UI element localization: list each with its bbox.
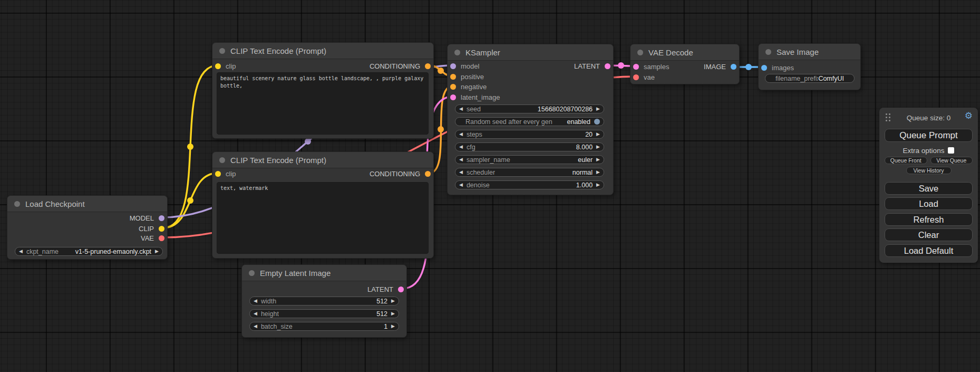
vae-output-dot[interactable]: [159, 235, 164, 241]
queue-size-label: Queue size: 0: [907, 114, 950, 122]
decrement-arrow-icon[interactable]: ◀: [459, 183, 463, 187]
node-title: CLIP Text Encode (Prompt): [230, 46, 326, 55]
refresh-button[interactable]: Refresh: [885, 213, 973, 226]
collapse-dot-icon[interactable]: [219, 157, 225, 163]
node-title: Empty Latent Image: [260, 269, 331, 278]
node-empty-latent-image: Empty Latent Image LATENT ◀ width 512 ▶ …: [241, 264, 407, 338]
slot-label: negative: [461, 83, 487, 91]
image-output-dot[interactable]: [731, 64, 736, 70]
output-slot-latent: LATENT: [242, 284, 406, 295]
steps-widget[interactable]: ◀ steps 20 ▶: [455, 130, 604, 139]
save-button[interactable]: Save: [885, 182, 973, 195]
images-input-dot[interactable]: [761, 65, 767, 71]
sampler-name-widget[interactable]: ◀ sampler_name euler ▶: [455, 155, 604, 164]
gear-icon[interactable]: ⚙: [965, 111, 973, 120]
ckpt-name-widget[interactable]: ◀ ckpt_name v1-5-pruned-emaonly.ckpt ▶: [15, 247, 163, 256]
collapse-dot-icon[interactable]: [454, 50, 460, 55]
node-titlebar[interactable]: KSampler: [448, 44, 613, 61]
increment-arrow-icon[interactable]: ▶: [596, 145, 600, 149]
increment-arrow-icon[interactable]: ▶: [391, 324, 395, 329]
positive-prompt-textarea[interactable]: beautiful scenery nature glass bottle la…: [217, 72, 429, 135]
collapse-dot-icon[interactable]: [219, 48, 225, 54]
decrement-arrow-icon[interactable]: ◀: [254, 299, 257, 303]
denoise-widget[interactable]: ◀ denoise 1.000 ▶: [455, 180, 604, 189]
increment-arrow-icon[interactable]: ▶: [596, 132, 600, 137]
batch-size-widget[interactable]: ◀ batch_size 1 ▶: [249, 322, 399, 331]
link-midpoint-dot: [745, 64, 752, 70]
decrement-arrow-icon[interactable]: ◀: [459, 107, 463, 111]
drag-handle-icon[interactable]: [886, 113, 890, 121]
increment-arrow-icon[interactable]: ▶: [596, 183, 600, 187]
extra-options-checkbox[interactable]: [948, 147, 954, 154]
slot-label: CONDITIONING: [370, 62, 420, 70]
node-titlebar[interactable]: CLIP Text Encode (Prompt): [212, 152, 433, 168]
output-slot-vae: VAE: [7, 233, 167, 244]
node-load-checkpoint: Load Checkpoint MODEL CLIP VAE ◀ ckpt_na…: [7, 195, 168, 260]
increment-arrow-icon[interactable]: ▶: [391, 311, 395, 316]
slot-label: images: [772, 64, 794, 72]
decrement-arrow-icon[interactable]: ◀: [459, 145, 463, 149]
node-titlebar[interactable]: VAE Decode: [630, 44, 739, 61]
slot-label: MODEL: [130, 214, 154, 222]
widget-value: 1: [384, 323, 387, 330]
seed-widget[interactable]: ◀ seed 156680208700286 ▶: [455, 104, 604, 113]
view-queue-button[interactable]: View Queue: [930, 157, 973, 164]
output-slot-model: MODEL: [7, 213, 167, 224]
load-button[interactable]: Load: [885, 197, 973, 210]
height-widget[interactable]: ◀ height 512 ▶: [249, 309, 399, 318]
negative-prompt-textarea[interactable]: text, watermark: [217, 182, 429, 254]
widget-label: seed: [467, 106, 481, 113]
increment-arrow-icon[interactable]: ▶: [596, 157, 600, 162]
output-slot-conditioning: CONDITIONING: [212, 168, 433, 179]
slot-label: latent_image: [461, 93, 500, 101]
node-save-image: Save Image images filename_prefix ComfyU…: [758, 43, 861, 90]
scheduler-widget[interactable]: ◀ scheduler normal ▶: [455, 168, 604, 177]
latent-image-input-dot[interactable]: [450, 94, 456, 100]
random-seed-toggle-widget[interactable]: Random seed after every gen enabled: [455, 117, 604, 126]
filename-prefix-widget[interactable]: filename_prefix ComfyUI: [765, 74, 855, 83]
vae-input-dot[interactable]: [633, 74, 639, 80]
collapse-dot-icon[interactable]: [249, 270, 255, 276]
node-titlebar[interactable]: Load Checkpoint: [7, 196, 167, 212]
decrement-arrow-icon[interactable]: ◀: [459, 157, 463, 162]
load-default-button[interactable]: Load Default: [885, 244, 973, 257]
queue-prompt-button[interactable]: Queue Prompt: [885, 129, 973, 142]
conditioning-output-dot[interactable]: [425, 63, 431, 69]
clip-output-dot[interactable]: [159, 226, 164, 232]
collapse-dot-icon[interactable]: [637, 50, 643, 55]
decrement-arrow-icon[interactable]: ◀: [459, 132, 463, 137]
node-graph-canvas[interactable]: Load Checkpoint MODEL CLIP VAE ◀ ckpt_na…: [0, 0, 980, 372]
decrement-arrow-icon[interactable]: ◀: [254, 324, 257, 329]
collapse-dot-icon[interactable]: [14, 201, 20, 207]
positive-input-dot[interactable]: [450, 74, 456, 80]
slot-label: VAE: [141, 234, 154, 242]
decrement-arrow-icon[interactable]: ◀: [19, 249, 23, 254]
node-titlebar[interactable]: CLIP Text Encode (Prompt): [212, 43, 433, 59]
node-vae-decode: VAE Decode samples IMAGE vae: [630, 44, 740, 84]
queue-front-button[interactable]: Queue Front: [885, 157, 927, 164]
widget-label: cfg: [467, 144, 476, 151]
model-output-dot[interactable]: [159, 215, 164, 221]
node-titlebar[interactable]: Empty Latent Image: [242, 265, 406, 281]
clear-button[interactable]: Clear: [885, 228, 973, 241]
width-widget[interactable]: ◀ width 512 ▶: [249, 297, 399, 306]
decrement-arrow-icon[interactable]: ◀: [459, 170, 463, 175]
increment-arrow-icon[interactable]: ▶: [155, 249, 159, 254]
node-clip-text-encode-positive: CLIP Text Encode (Prompt) clip CONDITION…: [212, 42, 434, 139]
increment-arrow-icon[interactable]: ▶: [596, 170, 600, 175]
conditioning-output-dot[interactable]: [425, 171, 431, 177]
toggle-dot[interactable]: [594, 119, 600, 125]
latent-output-dot[interactable]: [605, 63, 610, 69]
cfg-widget[interactable]: ◀ cfg 8.000 ▶: [455, 142, 604, 151]
negative-input-dot[interactable]: [450, 84, 456, 90]
collapse-dot-icon[interactable]: [765, 49, 771, 55]
widget-value: enabled: [567, 118, 591, 126]
node-title: KSampler: [465, 48, 500, 57]
view-history-button[interactable]: View History: [906, 167, 952, 174]
increment-arrow-icon[interactable]: ▶: [391, 299, 395, 303]
node-titlebar[interactable]: Save Image: [759, 44, 860, 60]
increment-arrow-icon[interactable]: ▶: [596, 107, 600, 111]
widget-label: ckpt_name: [26, 248, 59, 255]
latent-output-dot[interactable]: [398, 287, 404, 292]
decrement-arrow-icon[interactable]: ◀: [254, 311, 257, 316]
